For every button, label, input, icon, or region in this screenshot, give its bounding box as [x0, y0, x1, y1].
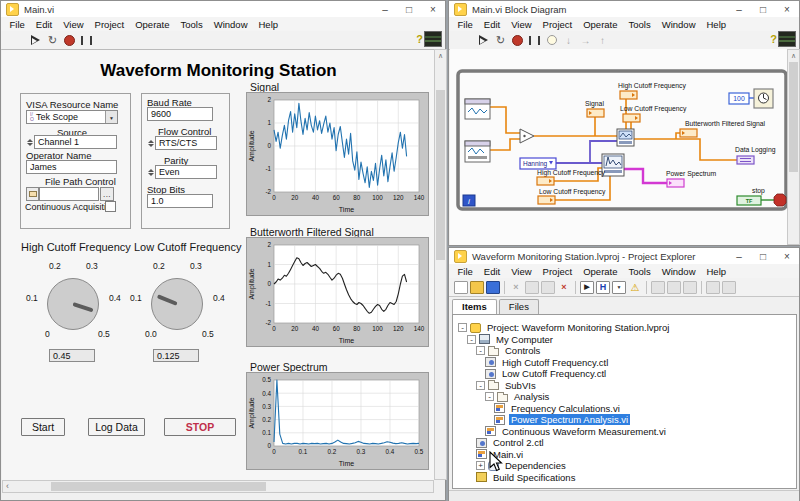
file-path-field[interactable] — [39, 187, 99, 201]
close-button[interactable]: × — [775, 248, 799, 264]
knob-dial[interactable] — [151, 278, 203, 330]
close-button[interactable]: × — [775, 1, 799, 17]
paste-icon[interactable] — [541, 281, 555, 294]
save-all-icon[interactable] — [486, 281, 500, 294]
vertical-scrollbar[interactable]: ∧ — [434, 49, 447, 480]
menu-item-edit[interactable]: Edit — [478, 266, 505, 277]
scrollbar-thumb[interactable] — [51, 482, 266, 491]
loop-condition-stop-icon[interactable] — [774, 194, 786, 206]
menu-item-project[interactable]: Project — [537, 19, 578, 30]
cut-icon[interactable] — [509, 281, 523, 294]
tree-item-subvis[interactable]: -SubVIs — [453, 380, 796, 392]
flow-control-field[interactable]: RTS/CTS — [155, 136, 217, 150]
menu-item-file[interactable]: File — [452, 266, 478, 277]
menu-item-file[interactable]: File — [452, 19, 478, 30]
copy-icon[interactable] — [525, 281, 539, 294]
parity-spinner[interactable] — [147, 166, 154, 179]
log-data-button[interactable]: Log Data — [88, 418, 145, 436]
run-button[interactable] — [476, 33, 491, 47]
warning-icon[interactable] — [628, 281, 642, 294]
add-function[interactable] — [520, 129, 534, 143]
low-cutoff-terminal[interactable] — [623, 114, 640, 122]
tree-item-continuous-waveform-measurement-vi[interactable]: Continuous Waveform Measurement.vi — [453, 426, 796, 438]
horizontal-scrollbar[interactable]: ‹ — [2, 480, 434, 493]
expand-icon[interactable]: + — [476, 461, 485, 470]
menu-item-operate[interactable]: Operate — [578, 266, 623, 277]
undo-icon[interactable] — [706, 281, 720, 294]
high-cutoff-terminal[interactable] — [620, 91, 637, 99]
tree-item-control-2-ctl[interactable]: Control 2.ctl — [453, 437, 796, 449]
help-icon[interactable]: ? — [770, 33, 777, 45]
tab-files[interactable]: Files — [499, 299, 539, 314]
run-continuously-icon[interactable] — [493, 33, 508, 47]
menu-item-tools[interactable]: Tools — [623, 266, 656, 277]
menu-item-tools[interactable]: Tools — [623, 19, 656, 30]
parity-field[interactable]: Even — [155, 165, 217, 179]
file-path-type-button[interactable] — [26, 187, 39, 201]
view-options-dropdown-icon[interactable] — [612, 281, 626, 294]
scrollbar-thumb[interactable] — [789, 62, 798, 172]
dropdown-button[interactable] — [105, 111, 117, 123]
collapse-icon[interactable]: - — [467, 335, 476, 344]
collapse-icon[interactable]: - — [476, 346, 485, 355]
menu-item-view[interactable]: View — [506, 19, 537, 30]
tree-item-controls[interactable]: -Controls — [453, 345, 796, 357]
highlight-execution-button[interactable] — [544, 33, 559, 47]
refresh-icon[interactable] — [667, 281, 681, 294]
visa-resource-combo[interactable]: I/O Tek Scope — [26, 110, 118, 124]
menu-item-project[interactable]: Project — [537, 266, 578, 277]
step-over-icon[interactable] — [578, 33, 593, 47]
abort-button[interactable] — [510, 33, 525, 47]
tree-item-project-waveform-monitoring-station-lvproj[interactable]: -Project: Waveform Monitoring Station.lv… — [453, 322, 796, 334]
continuous-acq-checkbox[interactable] — [105, 201, 116, 212]
collapse-icon[interactable]: - — [458, 323, 467, 332]
high-cutoff-value-box[interactable]: 0.45 — [49, 349, 95, 362]
tree-item-main-vi[interactable]: Main.vi — [453, 449, 796, 461]
maximize-button[interactable]: □ — [751, 1, 775, 17]
butterworth-chart[interactable]: 020406080100120140-2-1012TimeAmplitude — [246, 237, 429, 347]
hanning-enum[interactable]: Hanning — [520, 158, 556, 169]
source-spinner[interactable] — [26, 136, 33, 149]
window-titlebar[interactable]: Waveform Monitoring Station.lvproj - Pro… — [449, 248, 799, 264]
tree-item-my-computer[interactable]: -My Computer — [453, 334, 796, 346]
tree-item-high-cutoff-frequency-ctl[interactable]: High Cutoff Frequency.ctl — [453, 357, 796, 369]
menu-item-window[interactable]: Window — [656, 266, 701, 277]
tree-item-analysis[interactable]: -Analysis — [453, 391, 796, 403]
tree-item-low-cutoff-frequency-ctl[interactable]: Low Cutoff Frequency.ctl — [453, 368, 796, 380]
high-cutoff-knob[interactable]: 0.2 0.3 0.1 0.4 0 0.5 — [21, 257, 131, 349]
start-button[interactable]: Start — [21, 418, 65, 436]
find-icon[interactable] — [596, 281, 610, 294]
menu-item-help[interactable]: Help — [701, 266, 732, 277]
filter-subvi-icon[interactable] — [617, 129, 634, 146]
close-button[interactable]: × — [421, 1, 445, 17]
tree-item-dependencies[interactable]: +Dependencies — [453, 460, 796, 472]
low-cutoff-terminal-2[interactable] — [538, 196, 555, 204]
data-logging-terminal[interactable] — [737, 156, 754, 164]
menu-item-operate[interactable]: Operate — [130, 19, 175, 30]
delete-icon[interactable] — [557, 281, 571, 294]
maximize-button[interactable]: □ — [751, 248, 775, 264]
flow-control-spinner[interactable] — [147, 137, 154, 150]
run-button[interactable] — [28, 33, 43, 47]
minimize-button[interactable]: – — [373, 1, 397, 17]
menu-item-project[interactable]: Project — [89, 19, 130, 30]
scrollbar-thumb[interactable] — [436, 90, 445, 260]
tree-item-power-spectrum-analysis-vi[interactable]: Power Spectrum Analysis.vi — [453, 414, 796, 426]
collapse-icon[interactable]: - — [485, 392, 494, 401]
step-into-icon[interactable] — [561, 33, 576, 47]
source-field[interactable]: Channel 1 — [34, 135, 117, 149]
spectrum-subvi-icon[interactable] — [602, 154, 624, 176]
deploy-icon[interactable] — [580, 281, 594, 294]
vertical-scrollbar[interactable]: ∧ — [787, 49, 800, 245]
scroll-up-icon[interactable]: ∧ — [435, 52, 446, 60]
minimize-button[interactable]: – — [727, 248, 751, 264]
high-cutoff-terminal-2[interactable] — [537, 177, 554, 185]
menu-item-window[interactable]: Window — [208, 19, 253, 30]
menu-item-tools[interactable]: Tools — [175, 19, 208, 30]
run-continuously-icon[interactable] — [45, 33, 60, 47]
redo-icon[interactable] — [722, 281, 736, 294]
power-spectrum-chart[interactable]: 00.10.20.30.40.500.10.20.30.40.5TimeAmpl… — [246, 372, 429, 470]
menu-item-help[interactable]: Help — [253, 19, 284, 30]
menu-item-view[interactable]: View — [58, 19, 89, 30]
butterworth-terminal[interactable] — [680, 129, 697, 137]
